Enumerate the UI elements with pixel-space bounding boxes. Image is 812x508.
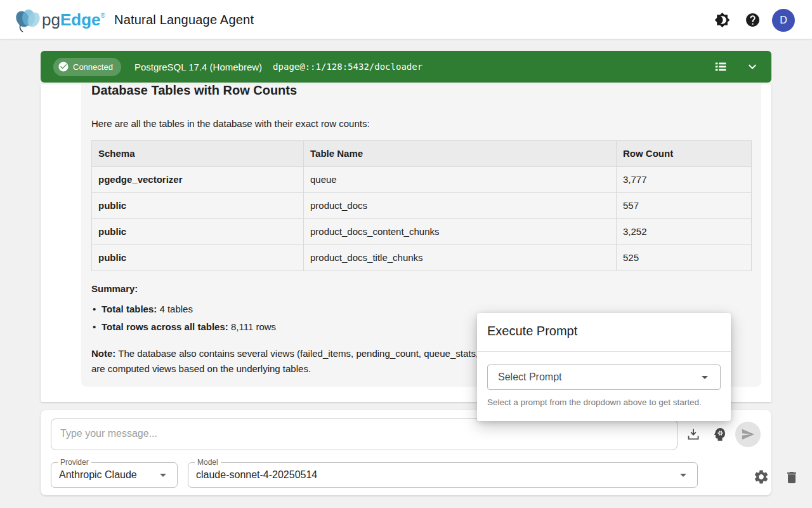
connection-collapse-button[interactable] [742, 57, 763, 77]
bullet-value: 8,111 rows [228, 321, 276, 332]
dropdown-arrow-icon [155, 467, 171, 483]
provider-label: Provider [58, 458, 91, 467]
dropdown-arrow-icon [697, 370, 712, 385]
dropdown-arrow-icon [676, 467, 691, 483]
cell-table-name: queue [304, 167, 617, 193]
user-avatar[interactable]: D [772, 9, 795, 32]
model-label: Model [195, 458, 221, 467]
model-select[interactable]: Model claude-sonnet-4-20250514 [188, 462, 698, 488]
column-header-row-count: Row Count [617, 141, 752, 167]
cell-row-count: 3,777 [617, 167, 752, 193]
table-row: public product_docs_title_chunks 525 [92, 245, 752, 271]
chevron-down-icon [745, 59, 760, 74]
bullet-label: Total tables: [102, 304, 157, 314]
provider-select[interactable]: Provider Anthropic Claude [51, 462, 178, 488]
column-header-table-name: Table Name [304, 141, 617, 167]
trash-icon [784, 470, 799, 485]
cell-table-name: product_docs [304, 193, 617, 219]
column-header-schema: Schema [92, 141, 304, 167]
bullet-value: 4 tables [157, 304, 193, 314]
app-bar: pgEdge® Natural Language Agent D [0, 0, 812, 39]
bullet-label: Total rows across all tables: [102, 321, 228, 332]
psychology-icon [712, 427, 728, 442]
db-tables-table: Schema Table Name Row Count pgedge_vecto… [91, 140, 752, 271]
model-value: claude-sonnet-4-20250514 [196, 469, 676, 481]
cell-row-count: 525 [617, 245, 752, 271]
prompt-select[interactable]: Select Prompt [487, 364, 721, 390]
logo-text-edge: Edge [60, 10, 101, 29]
settings-button[interactable] [751, 467, 771, 487]
prompt-library-button[interactable] [710, 424, 730, 444]
send-icon [741, 427, 755, 441]
cell-schema: pgedge_vectorizer [92, 167, 304, 193]
cell-table-name: product_docs_content_chunks [304, 219, 617, 245]
download-button[interactable] [683, 424, 704, 444]
svg-text:pgEdge®: pgEdge® [42, 10, 106, 29]
cell-schema: public [92, 219, 304, 245]
dark-mode-icon [714, 12, 730, 28]
dialog-divider [477, 351, 731, 352]
help-button[interactable] [740, 7, 765, 32]
server-version-label: PostgreSQL 17.4 (Homebrew) [134, 62, 262, 72]
composer-panel: Provider Anthropic Claude Model claude-s… [41, 410, 771, 495]
connection-bar[interactable]: Connected PostgreSQL 17.4 (Homebrew) dpa… [41, 51, 771, 83]
help-icon [745, 12, 761, 28]
theme-toggle-button[interactable] [709, 7, 735, 32]
message-intro-text: Here are all the tables in the database … [91, 117, 751, 130]
connection-list-button[interactable] [710, 57, 731, 77]
message-heading: Database Tables with Row Counts [91, 84, 751, 100]
table-row: public product_docs_content_chunks 3,252 [92, 219, 752, 245]
dialog-title: Execute Prompt [487, 322, 577, 340]
logo-text-pg: pg [42, 10, 60, 29]
pgedge-logo-mark [14, 9, 42, 32]
table-row: pgedge_vectorizer queue 3,777 [92, 167, 752, 193]
connection-status-badge: Connected [53, 58, 121, 76]
dialog-helper-text: Select a prompt from the dropdown above … [487, 397, 702, 408]
cell-table-name: product_docs_title_chunks [304, 245, 617, 271]
prompt-select-value: Select Prompt [498, 371, 697, 383]
clear-chat-button[interactable] [782, 467, 802, 488]
download-icon [686, 427, 701, 442]
pgedge-logo: pgEdge® [14, 6, 109, 34]
cell-schema: public [92, 245, 304, 271]
page-title: Natural Language Agent [114, 0, 254, 39]
connection-string: dpage@::1/128:5432/docloader [273, 62, 422, 72]
connection-status-label: Connected [73, 62, 113, 72]
table-row: public product_docs 557 [92, 193, 752, 219]
cell-row-count: 3,252 [617, 219, 752, 245]
execute-prompt-dialog: Execute Prompt Select Prompt Select a pr… [477, 313, 731, 421]
list-icon [714, 60, 728, 74]
note-prefix: Note: [91, 348, 115, 359]
send-button[interactable] [735, 422, 761, 447]
cell-row-count: 557 [617, 193, 752, 219]
message-input[interactable] [51, 418, 678, 450]
provider-value: Anthropic Claude [59, 469, 155, 481]
summary-title: Summary: [91, 283, 751, 295]
table-header-row: Schema Table Name Row Count [92, 141, 752, 167]
check-circle-icon [58, 61, 69, 72]
gear-icon [753, 469, 769, 485]
logo-reg-mark: ® [101, 12, 106, 19]
cell-schema: public [92, 193, 304, 219]
